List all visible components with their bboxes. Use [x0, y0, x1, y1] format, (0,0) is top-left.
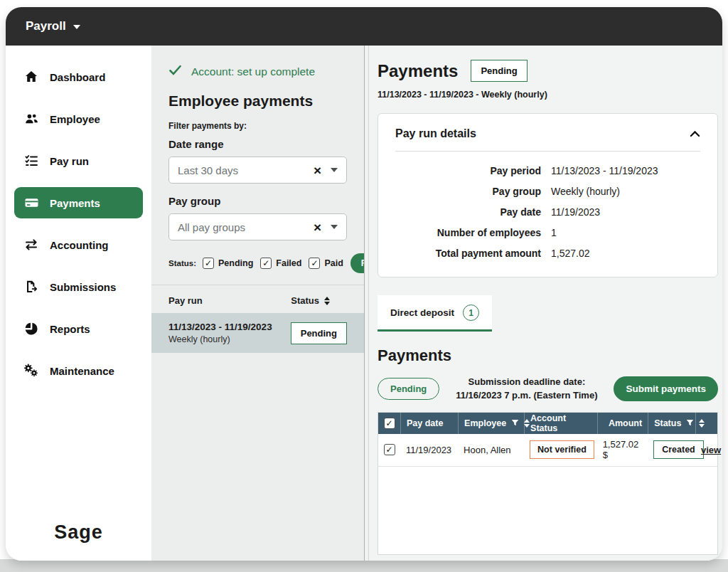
- home-icon: [23, 69, 39, 85]
- sidebar-item-label: Submissions: [50, 281, 116, 293]
- checkbox-pending[interactable]: [203, 258, 214, 269]
- detail-row: Total payment amount 1,527.02: [395, 248, 700, 259]
- detail-row: Pay date 11/19/2023: [395, 206, 700, 218]
- clear-icon[interactable]: ×: [314, 164, 321, 177]
- sidebar-item-payments[interactable]: Payments: [14, 187, 143, 218]
- checkbox-failed-label[interactable]: Failed: [276, 258, 301, 268]
- tab-label: Direct deposit: [390, 307, 454, 318]
- sidebar: Dashboard Employee Pay run Payments: [6, 46, 151, 561]
- detail-value: 1: [551, 227, 557, 238]
- pay-run-group: Weekly (hourly): [168, 334, 272, 344]
- submit-payments-button[interactable]: Submit payments: [614, 376, 718, 401]
- detail-row: Number of employees 1: [395, 227, 700, 238]
- payroll-app-window: Payroll Dashboard Employee Pay: [6, 7, 722, 561]
- filter-funnel-icon[interactable]: [511, 419, 519, 427]
- clear-icon[interactable]: ×: [314, 221, 321, 234]
- detail-row: Pay group Weekly (hourly): [395, 186, 700, 197]
- column-account-status[interactable]: Account Status: [524, 413, 597, 434]
- detail-label: Pay period: [395, 165, 541, 176]
- sage-logo: Sage: [14, 521, 143, 551]
- sort-icon[interactable]: [324, 297, 330, 305]
- tab-count-badge: 1: [463, 304, 479, 321]
- filter-funnel-icon[interactable]: [686, 419, 694, 427]
- top-bar: Payroll: [6, 7, 722, 46]
- detail-row: Pay period 11/13/2023 - 11/19/2023: [395, 165, 700, 176]
- pay-group-label: Pay group: [168, 195, 347, 207]
- select-all-checkbox[interactable]: [384, 418, 395, 429]
- transfer-arrows-icon: [23, 237, 39, 253]
- tab-direct-deposit[interactable]: Direct deposit 1: [378, 295, 492, 332]
- detail-value: 1,527.02: [551, 248, 590, 259]
- chevron-up-icon[interactable]: [690, 127, 700, 140]
- sidebar-item-label: Employee: [50, 113, 100, 125]
- deadline-value: 11/16/2023 7 p.m. (Eastern Time): [446, 389, 606, 403]
- detail-value: 11/19/2023: [551, 206, 600, 218]
- sidebar-item-accounting[interactable]: Accounting: [14, 229, 143, 260]
- row-checkbox[interactable]: [384, 444, 395, 455]
- sidebar-item-label: Pay run: [50, 155, 89, 167]
- sidebar-item-maintenance[interactable]: Maintenance: [14, 355, 143, 386]
- sidebar-item-submissions[interactable]: Submissions: [14, 271, 143, 302]
- pay-group-select[interactable]: All pay groups ×: [168, 213, 347, 240]
- date-range-label: Date range: [168, 138, 347, 150]
- checkbox-failed[interactable]: [260, 258, 272, 269]
- sidebar-item-pay-run[interactable]: Pay run: [14, 145, 143, 176]
- document-export-icon: [23, 279, 39, 295]
- panel-title: Employee payments: [168, 92, 347, 110]
- checklist-icon: [23, 153, 39, 169]
- detail-value: Weekly (hourly): [551, 186, 620, 197]
- payments-header: Payments Pending: [378, 60, 718, 82]
- status-badge: Pending: [291, 322, 347, 344]
- chevron-down-icon[interactable]: [331, 168, 338, 172]
- sidebar-item-label: Reports: [50, 323, 90, 335]
- detail-label: Pay date: [395, 206, 541, 218]
- app-menu-label[interactable]: Payroll: [26, 19, 66, 33]
- sidebar-item-reports[interactable]: Reports: [14, 313, 143, 344]
- divider: [395, 151, 700, 152]
- status-label: Status:: [168, 259, 196, 268]
- sidebar-item-dashboard[interactable]: Dashboard: [14, 61, 143, 92]
- pay-run-subtitle: 11/13/2023 - 11/19/2023 - Weekly (hourly…: [378, 90, 718, 100]
- detail-value: 11/13/2023 - 11/19/2023: [551, 165, 658, 176]
- sidebar-item-label: Accounting: [50, 239, 109, 251]
- people-icon: [23, 111, 39, 127]
- sidebar-item-employee[interactable]: Employee: [14, 103, 143, 134]
- checkbox-paid[interactable]: [309, 258, 320, 269]
- sidebar-item-label: Dashboard: [50, 71, 105, 83]
- detail-label: Pay group: [395, 186, 541, 197]
- table-row[interactable]: 11/19/2023 Hoon, Allen Not verified 1,52…: [378, 434, 717, 467]
- employee-payments-panel: Account: set up complete Employee paymen…: [151, 46, 364, 561]
- column-amount[interactable]: Amount: [597, 413, 648, 434]
- column-label: Employee: [464, 418, 506, 428]
- gears-icon: [23, 363, 39, 378]
- sidebar-item-label: Payments: [50, 197, 100, 209]
- pay-run-list-item[interactable]: 11/13/2023 - 11/19/2023 Weekly (hourly) …: [151, 313, 364, 353]
- column-status[interactable]: Status: [648, 413, 695, 434]
- column-employee[interactable]: Employee: [458, 413, 524, 434]
- card-title: Pay run details: [395, 127, 476, 140]
- view-link[interactable]: view: [701, 445, 721, 455]
- panel-scrollbar[interactable]: [364, 46, 369, 561]
- cell-employee: Hoon, Allen: [458, 445, 524, 455]
- column-pay-date[interactable]: Pay date: [400, 413, 458, 434]
- date-range-select[interactable]: Last 30 days ×: [168, 157, 347, 184]
- cell-pay-date: 11/19/2023: [400, 445, 458, 455]
- checkbox-paid-label[interactable]: Paid: [324, 258, 343, 268]
- pending-pill: Pending: [378, 378, 439, 400]
- checkbox-pending-label[interactable]: Pending: [218, 258, 253, 268]
- table-header: Pay date Employee Account Status Amount …: [378, 413, 717, 434]
- chevron-down-icon[interactable]: [331, 225, 338, 229]
- payments-details-panel: Payments Pending 11/13/2023 - 11/19/2023…: [369, 46, 722, 561]
- pay-run-list-header: Pay run Status: [168, 285, 347, 313]
- date-range-value: Last 30 days: [178, 164, 314, 176]
- filter-by-label: Filter payments by:: [168, 121, 347, 131]
- pay-run-column-label: Pay run: [168, 295, 203, 306]
- check-icon: [168, 64, 182, 79]
- cell-amount: 1,527.02 $: [597, 439, 648, 460]
- status-filter-row: Status: Pending Failed Paid Filter: [168, 253, 347, 273]
- deadline-label: Submission deadline date:: [446, 376, 606, 389]
- pie-chart-icon: [23, 321, 39, 337]
- payments-section-title: Payments: [378, 346, 718, 365]
- detail-label: Total payment amount: [395, 248, 541, 259]
- chevron-down-icon[interactable]: [73, 25, 80, 29]
